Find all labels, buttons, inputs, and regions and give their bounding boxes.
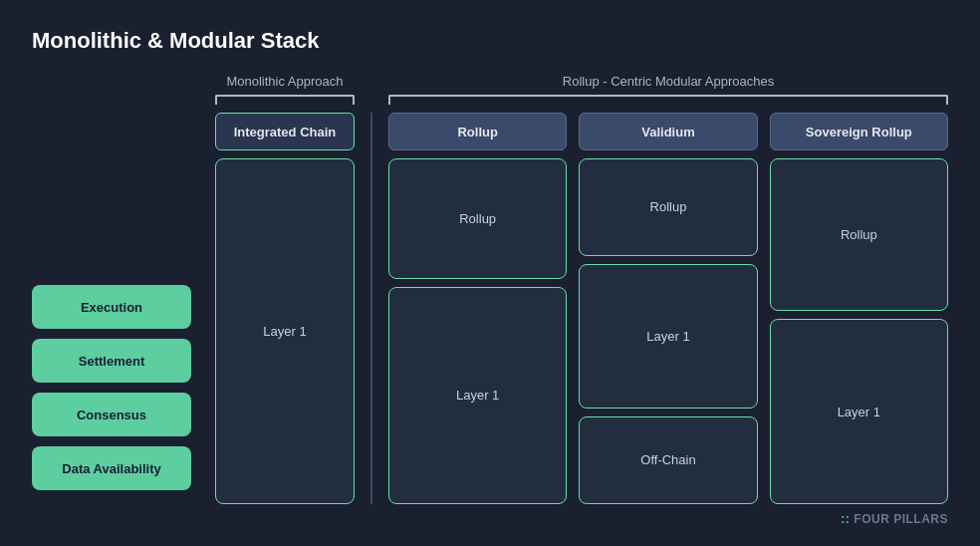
integrated-chain-blocks: Layer 1 — [215, 158, 355, 504]
footer-brand: ::FOUR PILLARS — [32, 512, 948, 526]
validium-rollup-block: Rollup — [579, 158, 757, 256]
sovereign-rollup-block: Rollup — [770, 158, 948, 311]
sovereign-rollup-header: Sovereign Rollup — [770, 113, 948, 150]
rollup-cols: Rollup Rollup Layer 1 Validium Rollup La… — [388, 113, 948, 504]
brand-name: FOUR PILLARS — [854, 512, 948, 526]
integrated-chain-header: Integrated Chain — [215, 113, 355, 150]
rollup-header-col: Rollup - Centric Modular Approaches — [388, 74, 948, 105]
validium-offchain-block: Off-Chain — [579, 416, 757, 504]
sovereign-layer1-block: Layer 1 — [770, 319, 948, 504]
main-content: Execution Settlement Consensus Data Avai… — [32, 74, 948, 504]
page-title: Monolithic & Modular Stack — [32, 28, 948, 54]
columns-area: Monolithic Approach Rollup - Centric Mod… — [215, 74, 948, 504]
col-rollup: Rollup Rollup Layer 1 — [388, 113, 567, 504]
layer-label-settlement: Settlement — [32, 339, 191, 383]
monolithic-bracket — [215, 95, 355, 105]
rollup-rollup-block: Rollup — [388, 158, 567, 279]
rollup-layer1-block: Layer 1 — [388, 287, 567, 504]
rollup-bracket — [388, 95, 948, 105]
validium-blocks: Rollup Layer 1 Off-Chain — [579, 158, 757, 504]
layer-label-execution: Execution — [32, 285, 191, 329]
col-validium: Validium Rollup Layer 1 Off-Chain — [579, 113, 757, 504]
integrated-layer1-block: Layer 1 — [215, 158, 355, 504]
layer-label-consensus: Consensus — [32, 393, 191, 436]
rollup-header: Rollup — [388, 113, 567, 150]
rollup-section-label: Rollup - Centric Modular Approaches — [388, 74, 948, 95]
validium-header: Validium — [579, 113, 757, 150]
section-headers: Monolithic Approach Rollup - Centric Mod… — [215, 74, 948, 105]
layer-label-data-availability: Data Availability — [32, 446, 191, 490]
monolithic-section-label: Monolithic Approach — [215, 74, 355, 95]
col-integrated-chain: Integrated Chain Layer 1 — [215, 113, 355, 504]
rollup-blocks: Rollup Layer 1 — [388, 158, 567, 504]
validium-layer1-block: Layer 1 — [579, 264, 757, 409]
layer-labels: Execution Settlement Consensus Data Avai… — [32, 74, 191, 504]
brand-dots: :: — [841, 512, 850, 526]
monolithic-header-col: Monolithic Approach — [215, 74, 355, 105]
columns-row: Integrated Chain Layer 1 Rollup Rollup L… — [215, 113, 948, 504]
section-divider — [370, 113, 372, 504]
sovereign-blocks: Rollup Layer 1 — [770, 158, 948, 504]
col-sovereign-rollup: Sovereign Rollup Rollup Layer 1 — [770, 113, 948, 504]
page-container: Monolithic & Modular Stack Execution Set… — [0, 0, 980, 546]
